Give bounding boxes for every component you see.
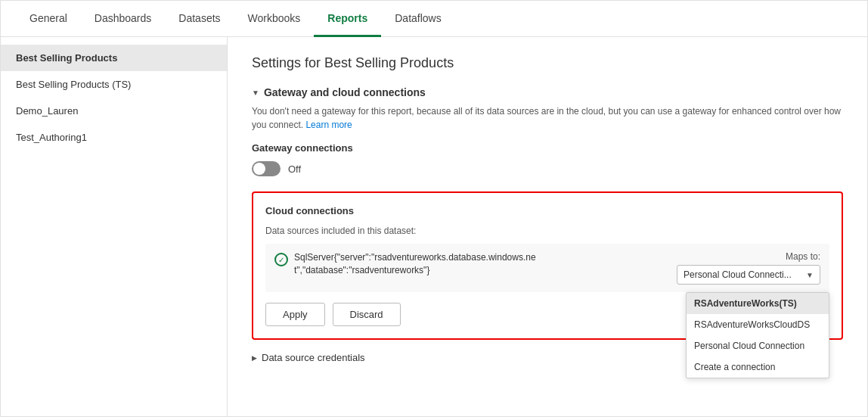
- dropdown-menu: RSAdventureWorks(TS) RSAdventureWorksClo…: [686, 292, 829, 378]
- apply-button[interactable]: Apply: [265, 303, 325, 326]
- content-area: Settings for Best Selling Products ▼ Gat…: [228, 37, 867, 416]
- dropdown-item-personal-cloud-connection[interactable]: Personal Cloud Connection: [687, 335, 829, 356]
- triangle-right-icon: ▶: [252, 354, 257, 362]
- nav-item-dataflows[interactable]: Dataflows: [381, 2, 454, 37]
- nav-item-dashboards[interactable]: Dashboards: [81, 2, 166, 37]
- top-nav: General Dashboards Datasets Workbooks Re…: [1, 1, 867, 37]
- gateway-section-header[interactable]: ▼ Gateway and cloud connections: [252, 86, 843, 98]
- sidebar-item-demo-lauren[interactable]: Demo_Lauren: [1, 98, 227, 124]
- gateway-connections-title: Gateway connections: [252, 142, 843, 154]
- learn-more-link[interactable]: Learn more: [305, 120, 352, 130]
- nav-item-general[interactable]: General: [16, 2, 81, 37]
- maps-to-dropdown[interactable]: Personal Cloud Connecti... ▼: [677, 265, 820, 285]
- datasources-label: Data sources included in this dataset:: [265, 226, 829, 236]
- datasource-name: SqlServer{"server":"rsadventureworks.dat…: [294, 251, 663, 277]
- chevron-down-icon: ▼: [806, 271, 814, 279]
- dropdown-item-rsadventureworks-ts[interactable]: RSAdventureWorks(TS): [687, 293, 829, 314]
- nav-item-datasets[interactable]: Datasets: [165, 2, 234, 37]
- maps-to-label: Maps to:: [786, 251, 820, 262]
- dropdown-item-rsadventureworks-cloud-ds[interactable]: RSAdventureWorksCloudDS: [687, 314, 829, 335]
- sidebar-item-test-authoring1[interactable]: Test_Authoring1: [1, 124, 227, 151]
- nav-item-reports[interactable]: Reports: [314, 2, 381, 37]
- gateway-toggle[interactable]: [252, 161, 281, 176]
- page-title: Settings for Best Selling Products: [252, 55, 843, 71]
- datasource-row: SqlServer{"server":"rsadventureworks.dat…: [265, 244, 829, 292]
- gateway-section-title: Gateway and cloud connections: [264, 86, 426, 98]
- sidebar: Best Selling Products Best Selling Produ…: [1, 37, 228, 416]
- credentials-label: Data source credentials: [262, 352, 365, 363]
- triangle-icon: ▼: [252, 89, 259, 97]
- toggle-row: Off: [252, 161, 843, 176]
- gateway-description: You don't need a gateway for this report…: [252, 104, 843, 132]
- sidebar-item-best-selling-products-ts[interactable]: Best Selling Products (TS): [1, 71, 227, 98]
- nav-item-workbooks[interactable]: Workbooks: [234, 2, 315, 37]
- app-container: General Dashboards Datasets Workbooks Re…: [0, 0, 868, 417]
- cloud-connections-title: Cloud connections: [265, 205, 829, 216]
- discard-button[interactable]: Discard: [333, 303, 401, 326]
- sidebar-item-best-selling-products[interactable]: Best Selling Products: [1, 45, 227, 71]
- toggle-label: Off: [288, 163, 301, 175]
- gateway-section: ▼ Gateway and cloud connections You don'…: [252, 86, 843, 176]
- dropdown-item-create-connection[interactable]: Create a connection: [687, 356, 829, 378]
- cloud-connections-box: Cloud connections Data sources included …: [252, 191, 843, 340]
- main-content: Best Selling Products Best Selling Produ…: [1, 37, 867, 416]
- datasource-check-icon: [274, 253, 288, 266]
- dropdown-selected-value: Personal Cloud Connecti...: [684, 269, 792, 280]
- maps-to-section: Maps to: Personal Cloud Connecti... ▼ RS…: [669, 251, 820, 285]
